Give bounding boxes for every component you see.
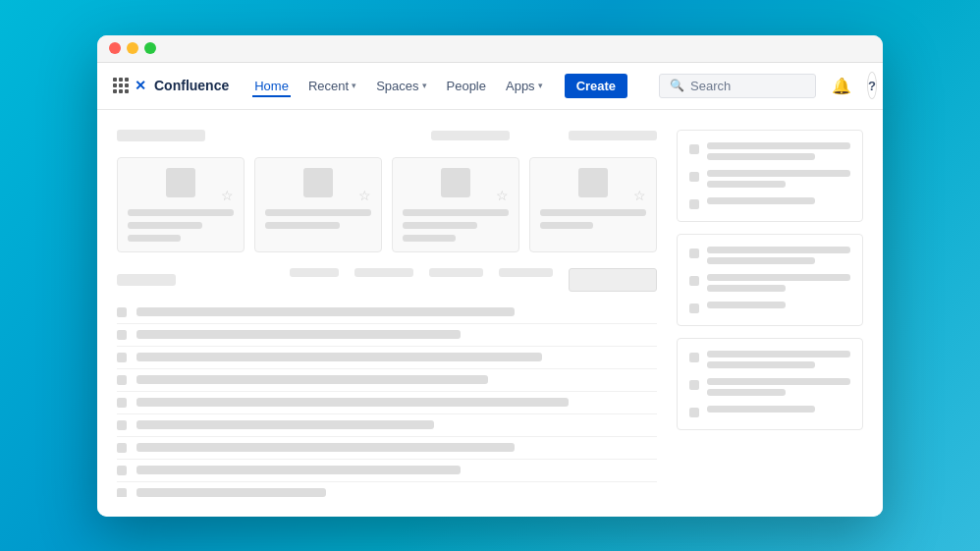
right-card-1 <box>677 130 863 222</box>
list-item-icon <box>117 488 127 497</box>
right-card-row <box>689 351 850 368</box>
card-3-line-2 <box>403 222 477 229</box>
list-item-icon <box>117 466 127 475</box>
nav-home[interactable]: Home <box>252 75 291 97</box>
list-item <box>117 302 657 324</box>
list-item <box>117 482 657 497</box>
list-title-skeleton <box>117 274 176 286</box>
right-panel <box>677 130 863 497</box>
maximize-button[interactable] <box>144 42 156 54</box>
list-item <box>117 437 657 460</box>
right-card-line <box>707 247 850 253</box>
card-3-line-1 <box>403 209 509 216</box>
create-button[interactable]: Create <box>565 74 627 98</box>
right-card-line <box>707 181 786 188</box>
right-card-icon <box>689 276 699 286</box>
card-2: ☆ <box>254 157 382 252</box>
nav-recent[interactable]: Recent ▾ <box>306 75 358 97</box>
card-2-star-icon[interactable]: ☆ <box>358 188 371 203</box>
list-item <box>117 347 657 369</box>
card-4-line-1 <box>540 209 646 216</box>
nav-people[interactable]: People <box>445 75 488 97</box>
tab-3[interactable] <box>429 268 483 277</box>
search-placeholder: Search <box>690 79 731 93</box>
search-bar[interactable]: 🔍 Search <box>659 74 816 98</box>
main-content: ☆ ☆ ☆ <box>97 110 883 517</box>
list-item <box>117 392 657 414</box>
close-button[interactable] <box>109 42 121 54</box>
section-meta-1 <box>431 131 510 140</box>
nav-apps[interactable]: Apps ▾ <box>504 75 545 97</box>
list-item <box>117 369 657 392</box>
confluence-x-icon: ✕ <box>135 78 146 93</box>
list-section-header <box>117 268 657 292</box>
apps-caret-icon: ▾ <box>538 81 543 90</box>
right-card-lines <box>707 378 850 396</box>
right-card-icon <box>689 144 699 154</box>
tab-1[interactable] <box>290 268 339 277</box>
tab-4[interactable] <box>499 268 553 277</box>
right-card-line <box>707 257 815 264</box>
help-button[interactable]: ? <box>867 72 877 99</box>
card-4-star-icon[interactable]: ☆ <box>633 188 646 203</box>
right-card-row <box>689 378 850 396</box>
list-item <box>117 414 657 437</box>
right-card-row <box>689 142 850 160</box>
right-card-line <box>707 170 850 177</box>
right-card-row <box>689 274 850 292</box>
list-section <box>117 268 657 497</box>
right-card-lines <box>707 247 850 264</box>
card-2-line-1 <box>265 209 371 216</box>
section-title-row <box>117 130 657 141</box>
card-1-line-2 <box>128 222 202 229</box>
list-item-icon <box>117 330 127 340</box>
list-item-text <box>136 330 461 339</box>
right-card-row <box>689 197 850 209</box>
confluence-logo-text: Confluence <box>154 78 229 93</box>
card-3: ☆ <box>392 157 519 252</box>
right-card-line <box>707 153 815 160</box>
minimize-button[interactable] <box>127 42 138 54</box>
browser-window: ✕ Confluence Home Recent ▾ Spaces ▾ Peop… <box>97 35 883 517</box>
right-card-lines <box>707 302 850 308</box>
tab-2[interactable] <box>354 268 413 277</box>
apps-grid-icon <box>113 78 129 93</box>
card-1: ☆ <box>117 157 245 252</box>
help-icon: ? <box>868 79 876 93</box>
cards-row: ☆ ☆ ☆ <box>117 157 657 252</box>
card-1-line-1 <box>128 209 234 216</box>
card-3-star-icon[interactable]: ☆ <box>496 188 509 203</box>
right-card-line <box>707 351 850 358</box>
right-card-row <box>689 170 850 188</box>
right-card-line <box>707 302 786 308</box>
right-card-3 <box>677 338 863 430</box>
list-item-text <box>136 420 434 429</box>
right-card-icon <box>689 199 699 209</box>
filter-button[interactable] <box>569 268 657 292</box>
list-item-icon <box>117 307 127 317</box>
section-meta-2 <box>569 131 657 140</box>
card-4-image <box>578 168 608 197</box>
list-item-icon <box>117 353 127 362</box>
right-card-icon <box>689 353 699 362</box>
card-2-image <box>303 168 333 197</box>
right-card-2 <box>677 234 863 326</box>
list-item-text <box>136 307 515 316</box>
notification-button[interactable]: 🔔 <box>832 72 851 99</box>
list-item-text <box>136 466 461 474</box>
list-item <box>117 324 657 347</box>
list-item-text <box>136 443 515 452</box>
notification-icon: 🔔 <box>832 77 851 95</box>
right-card-lines <box>707 274 850 292</box>
right-card-line <box>707 197 815 204</box>
left-panel: ☆ ☆ ☆ <box>117 130 657 497</box>
right-card-row <box>689 302 850 313</box>
section-title-skeleton <box>117 130 205 141</box>
logo[interactable]: ✕ Confluence <box>113 78 229 93</box>
right-card-lines <box>707 351 850 368</box>
right-card-line <box>707 361 815 368</box>
card-1-image <box>166 168 195 197</box>
nav-spaces[interactable]: Spaces ▾ <box>374 75 428 97</box>
card-1-star-icon[interactable]: ☆ <box>221 188 234 203</box>
right-card-icon <box>689 172 699 182</box>
